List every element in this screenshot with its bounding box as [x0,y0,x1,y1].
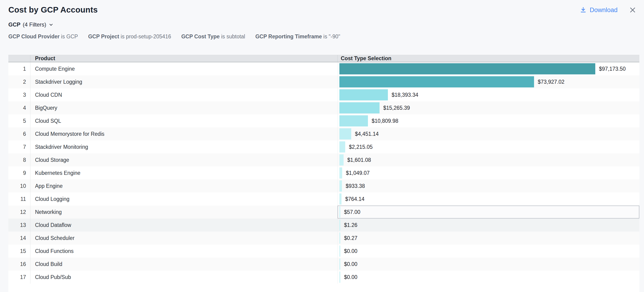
product-cell[interactable]: Stackdriver Logging [30,75,338,88]
header-cell-cost[interactable]: Cost Type Selection [338,55,639,62]
cost-value-label: $0.00 [344,248,358,254]
product-cell[interactable]: Cloud Pub/Sub [30,271,338,284]
table-row: 9 Kubernetes Engine $1,049.07 [8,167,639,180]
close-button[interactable] [628,6,637,15]
product-cell[interactable]: App Engine [30,180,338,193]
cost-cell[interactable]: $97,173.50 [338,62,639,75]
close-icon [629,11,636,14]
modal-header: Cost by GCP Accounts Download [0,0,644,15]
table-row: 4 BigQuery $15,265.39 [8,101,639,114]
product-cell[interactable]: Kubernetes Engine [30,167,338,180]
download-button[interactable]: Download [580,7,618,14]
cost-bar [340,154,344,166]
product-cell[interactable]: Cloud Logging [30,193,338,206]
cost-bar [340,245,340,257]
cost-cell[interactable]: $0.00 [338,245,639,258]
cost-cell[interactable]: $73,927.02 [338,75,639,88]
cost-cell[interactable]: $1,601.08 [338,154,639,167]
cost-cell[interactable]: $2,215.05 [338,140,639,154]
table-row: 3 Cloud CDN $18,393.34 [8,88,639,101]
cost-value-label: $18,393.34 [392,92,418,98]
product-cell[interactable]: Cloud SQL [30,114,338,127]
cost-cell[interactable]: $1.26 [338,219,639,232]
cost-bar [340,167,342,179]
cost-cell[interactable]: $0.00 [338,271,639,284]
product-cell[interactable]: Cloud Functions [30,245,338,258]
product-cell[interactable]: Networking [30,206,338,219]
cost-bar [340,89,388,100]
row-index: 17 [8,271,30,284]
cost-value-label: $97,173.50 [599,66,626,72]
download-icon [580,7,586,13]
filter-field: GCP Cloud Provider [8,34,61,40]
filter-field: GCP Reporting Timeframe [256,34,324,40]
cost-bar [340,232,340,244]
cost-cell[interactable]: $764.14 [338,193,639,206]
row-index: 11 [8,193,30,206]
cost-bar [340,102,380,113]
page-title: Cost by GCP Accounts [8,5,98,15]
header-cell-index [8,55,30,62]
filter-condition: is subtotal [221,34,245,40]
cost-value-label: $0.00 [344,261,358,267]
row-index: 8 [8,154,30,167]
cost-value-label: $4,451.14 [355,131,378,137]
cost-value-label: $2,215.05 [349,144,372,150]
header-cell-product[interactable]: Product [30,55,338,62]
product-cell[interactable]: Cloud Build [30,258,338,271]
table-row: 8 Cloud Storage $1,601.08 [8,154,639,167]
cost-cell[interactable]: $15,265.39 [338,101,639,114]
product-cell[interactable]: Compute Engine [30,62,338,75]
product-cell[interactable]: Cloud Storage [30,154,338,167]
cost-value-label: $933.38 [346,183,365,189]
cost-value-label: $1.26 [344,222,358,228]
row-index: 13 [8,219,30,232]
table-row: 15 Cloud Functions $0.00 [8,245,639,258]
table-body: 1 Compute Engine $97,173.50 2 Stackdrive… [8,62,639,284]
cost-cell[interactable]: $1,049.07 [338,167,639,180]
cost-value-label: $0.27 [344,235,358,241]
row-index: 5 [8,114,30,127]
row-index: 14 [8,232,30,245]
cost-cell[interactable]: $18,393.34 [338,88,639,101]
table-row: 13 Cloud Dataflow $1.26 [8,219,639,232]
cost-cell[interactable]: $0.27 [338,232,639,245]
cost-cell[interactable]: $4,451.14 [338,127,639,140]
filter-field: GCP Cost Type [181,34,221,40]
cost-cell[interactable]: $933.38 [338,180,639,193]
filters-dropdown[interactable]: GCP (4 Filters) [8,21,54,28]
cost-value-label: $1,601.08 [347,157,371,163]
table-row: 7 Stackdriver Monitoring $2,215.05 [8,140,639,154]
cost-value-label: $15,265.39 [383,105,410,111]
filter-chip: GCP Reporting Timeframe is "-90" [256,34,340,40]
cost-bar [340,258,340,270]
table-row: 6 Cloud Memorystore for Redis $4,451.14 [8,127,639,140]
product-cell[interactable]: Cloud Memorystore for Redis [30,127,338,140]
cost-bar [340,206,340,218]
row-index: 2 [8,75,30,88]
cost-cell[interactable]: $0.00 [338,258,639,271]
row-index: 7 [8,140,30,154]
cost-value-label: $57.00 [344,209,360,215]
filter-chip: GCP Project is prod-setup-205416 [88,34,171,40]
row-index: 16 [8,258,30,271]
download-label: Download [590,7,618,14]
table-row: 11 Cloud Logging $764.14 [8,193,639,206]
filter-condition: is GCP [61,34,78,40]
cost-cell[interactable]: $10,809.98 [338,114,639,127]
product-cell[interactable]: BigQuery [30,101,338,114]
product-cell[interactable]: Cloud Scheduler [30,232,338,245]
table-row: 10 App Engine $933.38 [8,180,639,193]
table-row: 1 Compute Engine $97,173.50 [8,62,639,75]
cost-cell[interactable]: $57.00 [338,206,639,219]
product-cell[interactable]: Cloud CDN [30,88,338,101]
product-cell[interactable]: Stackdriver Monitoring [30,140,338,154]
product-cell[interactable]: Cloud Dataflow [30,219,338,232]
chevron-down-icon [48,22,54,27]
row-index: 9 [8,167,30,180]
row-index: 4 [8,101,30,114]
filter-chip: GCP Cloud Provider is GCP [8,34,78,40]
row-index: 15 [8,245,30,258]
row-index: 12 [8,206,30,219]
table-row: 12 Networking $57.00 [8,206,639,219]
